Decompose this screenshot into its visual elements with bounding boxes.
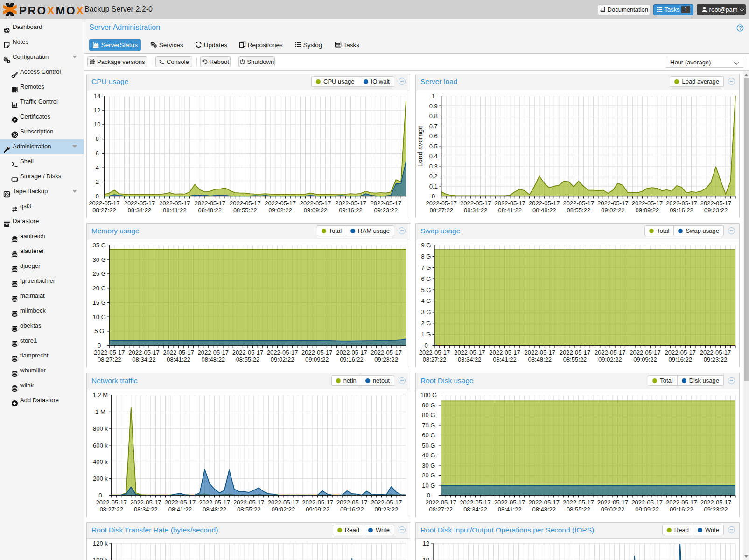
svg-text:8 G: 8 G — [421, 253, 431, 260]
svg-text:09:02:22: 09:02:22 — [601, 207, 625, 214]
svg-text:0: 0 — [432, 193, 435, 200]
svg-text:90 G: 90 G — [422, 402, 435, 409]
svg-text:08:55:22: 08:55:22 — [237, 506, 261, 513]
svg-text:2022-05-17: 2022-05-17 — [494, 499, 525, 506]
svg-text:09:02:22: 09:02:22 — [268, 207, 292, 214]
svg-text:2022-05-17: 2022-05-17 — [371, 499, 402, 506]
svg-text:2022-05-17: 2022-05-17 — [630, 349, 661, 356]
svg-text:60 G: 60 G — [422, 432, 435, 439]
svg-text:2022-05-17: 2022-05-17 — [700, 349, 731, 356]
svg-text:2022-05-17: 2022-05-17 — [426, 200, 457, 207]
svg-text:0: 0 — [98, 342, 101, 349]
svg-text:0.7: 0.7 — [429, 123, 438, 130]
svg-text:09:09:22: 09:09:22 — [306, 506, 329, 513]
svg-text:14: 14 — [94, 92, 100, 99]
svg-text:2022-05-17: 2022-05-17 — [336, 349, 367, 356]
svg-text:0.9: 0.9 — [429, 103, 438, 110]
svg-text:08:34:22: 08:34:22 — [463, 506, 487, 513]
svg-text:9 G: 9 G — [421, 242, 431, 249]
svg-text:100 G: 100 G — [420, 392, 437, 399]
svg-text:2022-05-17: 2022-05-17 — [300, 200, 331, 207]
svg-text:100 k: 100 k — [93, 556, 108, 560]
svg-text:0: 0 — [427, 492, 430, 499]
svg-text:12: 12 — [423, 540, 429, 547]
svg-text:2022-05-17: 2022-05-17 — [595, 349, 626, 356]
svg-text:2022-05-17: 2022-05-17 — [665, 349, 696, 356]
svg-text:2022-05-17: 2022-05-17 — [597, 200, 629, 207]
svg-text:08:48:22: 08:48:22 — [201, 356, 225, 363]
svg-text:08:55:22: 08:55:22 — [236, 356, 260, 363]
svg-text:2022-05-17: 2022-05-17 — [159, 200, 190, 207]
svg-text:2022-05-17: 2022-05-17 — [163, 349, 194, 356]
svg-text:5 G: 5 G — [94, 328, 104, 335]
svg-text:2022-05-17: 2022-05-17 — [301, 349, 333, 356]
svg-text:20 G: 20 G — [93, 285, 106, 292]
svg-text:0.1: 0.1 — [429, 183, 438, 190]
svg-text:08:41:22: 08:41:22 — [493, 356, 517, 363]
svg-text:08:27:22: 08:27:22 — [423, 356, 447, 363]
svg-text:2022-05-17: 2022-05-17 — [700, 200, 732, 207]
svg-text:800 k: 800 k — [93, 425, 108, 432]
svg-text:0: 0 — [424, 342, 427, 349]
svg-text:10: 10 — [423, 556, 429, 560]
svg-text:08:55:22: 08:55:22 — [567, 207, 591, 214]
svg-text:2022-05-17: 2022-05-17 — [560, 349, 591, 356]
svg-text:2022-05-17: 2022-05-17 — [230, 200, 261, 207]
svg-text:08:27:22: 08:27:22 — [429, 506, 453, 513]
svg-text:6 G: 6 G — [421, 275, 431, 282]
svg-text:08:34:22: 08:34:22 — [458, 356, 482, 363]
svg-text:80 G: 80 G — [422, 412, 435, 419]
svg-text:08:55:22: 08:55:22 — [567, 506, 590, 513]
svg-text:5 G: 5 G — [421, 287, 431, 294]
svg-text:09:09:22: 09:09:22 — [633, 356, 657, 363]
svg-text:2022-05-17: 2022-05-17 — [96, 499, 127, 506]
svg-text:Load average: Load average — [416, 126, 424, 167]
svg-text:09:23:22: 09:23:22 — [704, 506, 728, 513]
svg-text:1: 1 — [432, 92, 435, 99]
svg-text:2022-05-17: 2022-05-17 — [454, 349, 485, 356]
svg-text:09:16:22: 09:16:22 — [339, 207, 363, 214]
svg-text:2022-05-17: 2022-05-17 — [495, 200, 526, 207]
svg-text:09:02:22: 09:02:22 — [272, 506, 295, 513]
svg-text:200 k: 200 k — [93, 475, 108, 482]
svg-text:2022-05-17: 2022-05-17 — [267, 349, 298, 356]
svg-text:09:16:22: 09:16:22 — [668, 356, 692, 363]
svg-text:2022-05-17: 2022-05-17 — [233, 499, 265, 506]
svg-text:2022-05-17: 2022-05-17 — [525, 349, 556, 356]
svg-text:10: 10 — [94, 121, 100, 128]
svg-text:08:41:22: 08:41:22 — [498, 506, 522, 513]
svg-text:120 k: 120 k — [93, 540, 108, 547]
svg-text:2022-05-17: 2022-05-17 — [563, 499, 594, 506]
svg-text:2 G: 2 G — [421, 320, 431, 327]
svg-text:08:55:22: 08:55:22 — [233, 207, 257, 214]
svg-text:2022-05-17: 2022-05-17 — [528, 499, 560, 506]
svg-text:2022-05-17: 2022-05-17 — [335, 200, 366, 207]
svg-text:50 G: 50 G — [422, 442, 435, 449]
svg-text:1.2 M: 1.2 M — [93, 392, 108, 399]
svg-text:2022-05-17: 2022-05-17 — [460, 499, 490, 506]
svg-text:0.2: 0.2 — [429, 173, 438, 180]
svg-text:09:02:22: 09:02:22 — [601, 506, 625, 513]
svg-text:2022-05-17: 2022-05-17 — [426, 499, 457, 506]
svg-text:6: 6 — [96, 150, 99, 157]
svg-text:2022-05-17: 2022-05-17 — [336, 499, 368, 506]
svg-text:1 M: 1 M — [95, 408, 105, 415]
svg-text:?: ? — [739, 25, 742, 31]
svg-text:08:41:22: 08:41:22 — [168, 506, 192, 513]
svg-text:2022-05-17: 2022-05-17 — [198, 349, 229, 356]
svg-text:2022-05-17: 2022-05-17 — [268, 499, 299, 506]
svg-text:7 G: 7 G — [421, 264, 431, 271]
svg-text:09:23:22: 09:23:22 — [374, 356, 398, 363]
svg-text:0.6: 0.6 — [429, 133, 438, 140]
svg-text:09:02:22: 09:02:22 — [271, 356, 294, 363]
svg-text:09:09:22: 09:09:22 — [305, 356, 329, 363]
svg-text:08:48:22: 08:48:22 — [532, 506, 556, 513]
svg-text:08:34:22: 08:34:22 — [132, 356, 156, 363]
svg-text:08:48:22: 08:48:22 — [203, 506, 226, 513]
svg-text:30 G: 30 G — [93, 256, 106, 263]
svg-text:08:27:22: 08:27:22 — [92, 207, 116, 214]
svg-text:08:27:22: 08:27:22 — [429, 207, 453, 214]
svg-text:2: 2 — [96, 178, 99, 185]
svg-text:09:09:22: 09:09:22 — [635, 506, 659, 513]
svg-text:600 k: 600 k — [93, 442, 108, 449]
